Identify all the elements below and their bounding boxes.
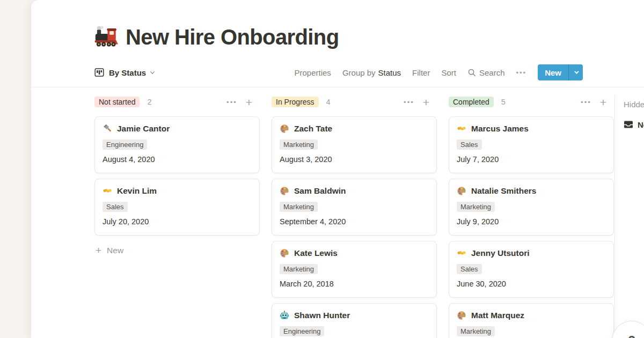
card-name-row: Marcus James <box>457 124 606 134</box>
handshake-emoji <box>457 248 466 258</box>
new-button-dropdown[interactable] <box>569 64 583 80</box>
column-header: In Progress4•••+ <box>272 94 437 110</box>
group-by-button[interactable]: Group by Status <box>342 68 401 77</box>
card-date: July 20, 2020 <box>103 217 252 226</box>
hidden-groups-section: Hidden groups No status <box>614 95 644 338</box>
card-tag: Marketing <box>457 202 495 212</box>
plus-icon: + <box>96 245 101 255</box>
search-label: Search <box>479 68 505 77</box>
column-header: Not started2•••+ <box>94 94 260 110</box>
card-tag: Sales <box>457 264 482 274</box>
column-actions: •••+ <box>404 97 437 108</box>
page-title[interactable]: New Hire Onboarding <box>126 25 339 49</box>
card-name-row: Kevin Lim <box>103 186 252 196</box>
column-add-button[interactable]: + <box>600 97 606 108</box>
card-tag: Marketing <box>280 139 318 150</box>
hidden-group-no-status[interactable]: No status <box>624 120 644 129</box>
card-tag: Marketing <box>280 264 318 274</box>
column-add-button[interactable]: + <box>246 97 252 108</box>
add-card-label: New <box>107 246 123 255</box>
search-button[interactable]: Search <box>467 68 505 77</box>
chevron-down-icon <box>574 69 579 74</box>
card-date: August 3, 2020 <box>280 155 429 164</box>
card-tag: Marketing <box>280 202 318 212</box>
column-more-button[interactable]: ••• <box>226 98 237 106</box>
card-tag: Engineering <box>103 139 147 150</box>
card-date: August 4, 2020 <box>103 155 252 164</box>
page-title-icon[interactable] <box>94 25 118 49</box>
palette-emoji <box>457 186 466 196</box>
card-name-row: Natalie Smithers <box>457 186 606 196</box>
column-status-badge[interactable]: In Progress <box>272 97 319 107</box>
card-marcus-james[interactable]: Marcus JamesSalesJuly 7, 2020 <box>449 116 614 173</box>
robot-emoji <box>280 311 289 320</box>
toolbar-divider <box>31 87 644 87</box>
view-switcher[interactable]: By Status <box>94 68 154 77</box>
sort-button[interactable]: Sort <box>441 68 456 77</box>
card-kate-lewis[interactable]: Kate LewisMarketingMarch 20, 2018 <box>272 241 437 298</box>
card-title: Natalie Smithers <box>471 186 536 196</box>
column-status-badge[interactable]: Not started <box>94 97 140 107</box>
board-column-not-started: Not started2•••+Jamie CantorEngineeringA… <box>94 94 260 259</box>
chevron-down-icon <box>150 69 155 74</box>
column-add-button[interactable]: + <box>423 97 429 108</box>
card-tag: Sales <box>457 139 482 150</box>
card-name-row: Kate Lewis <box>280 248 429 258</box>
column-more-button[interactable]: ••• <box>581 98 591 106</box>
card-natalie-smithers[interactable]: Natalie SmithersMarketingJuly 9, 2020 <box>449 179 614 236</box>
card-name-row: Matt Marquez <box>457 311 606 320</box>
search-icon <box>467 68 476 77</box>
card-title: Zach Tate <box>294 124 332 134</box>
new-button-group: New <box>538 64 583 80</box>
card-jenny-utsutori[interactable]: Jenny UtsutoriSalesJune 30, 2020 <box>449 241 614 298</box>
filter-button[interactable]: Filter <box>412 68 430 77</box>
card-sam-baldwin[interactable]: Sam BaldwinMarketingSeptember 4, 2020 <box>272 179 437 236</box>
card-title: Sam Baldwin <box>294 186 346 196</box>
new-button[interactable]: New <box>538 64 568 80</box>
column-status-badge[interactable]: Completed <box>449 97 494 107</box>
properties-button[interactable]: Properties <box>295 68 331 77</box>
card-shawn-hunter[interactable]: Shawn HunterEngineering <box>272 303 437 338</box>
column-more-button[interactable]: ••• <box>404 98 414 106</box>
card-tag: Sales <box>103 202 128 212</box>
board-view-icon <box>94 68 104 77</box>
palette-emoji <box>280 248 289 258</box>
card-name-row: Sam Baldwin <box>280 186 429 196</box>
hidden-groups-toggle[interactable]: Hidden groups <box>624 96 644 112</box>
card-jamie-cantor[interactable]: Jamie CantorEngineeringAugust 4, 2020 <box>94 116 260 173</box>
palette-emoji <box>457 311 466 320</box>
hidden-group-label: No status <box>638 120 644 129</box>
hammer-emoji <box>103 124 112 134</box>
column-actions: •••+ <box>581 97 614 108</box>
card-matt-marquez[interactable]: Matt MarquezMarketing <box>449 303 614 338</box>
card-title: Jamie Cantor <box>117 124 170 134</box>
column-header: Completed5•••+ <box>449 94 614 110</box>
inbox-icon <box>624 120 633 129</box>
column-count: 5 <box>501 98 506 106</box>
card-zach-tate[interactable]: Zach TateMarketingAugust 3, 2020 <box>272 116 437 173</box>
board-column-completed: Completed5•••+Marcus JamesSalesJuly 7, 2… <box>449 94 614 338</box>
card-date: July 7, 2020 <box>457 155 606 164</box>
add-card-button[interactable]: +New <box>94 242 260 259</box>
palette-emoji <box>280 186 289 196</box>
column-actions: •••+ <box>226 97 260 108</box>
column-count: 2 <box>147 98 151 106</box>
palette-emoji <box>280 124 289 134</box>
page-panel: New Hire Onboarding By Status Properties… <box>31 0 644 338</box>
page-header: New Hire Onboarding <box>94 25 644 49</box>
card-title: Marcus James <box>471 124 529 134</box>
card-kevin-lim[interactable]: Kevin LimSalesJuly 20, 2020 <box>94 179 260 236</box>
group-by-value: Status <box>378 68 401 77</box>
card-tag: Marketing <box>457 326 495 336</box>
board-column-in-progress: In Progress4•••+Zach TateMarketingAugust… <box>272 94 437 338</box>
card-date: March 20, 2018 <box>280 280 429 288</box>
card-tag: Engineering <box>280 326 324 336</box>
kanban-board: Not started2•••+Jamie CantorEngineeringA… <box>94 94 644 338</box>
card-title: Shawn Hunter <box>294 311 350 320</box>
card-date: July 9, 2020 <box>457 217 606 226</box>
handshake-emoji <box>457 124 466 134</box>
card-name-row: Jenny Utsutori <box>457 248 606 258</box>
card-name-row: Jamie Cantor <box>103 124 252 134</box>
column-count: 4 <box>326 98 331 106</box>
more-options-button[interactable]: ••• <box>516 69 527 77</box>
